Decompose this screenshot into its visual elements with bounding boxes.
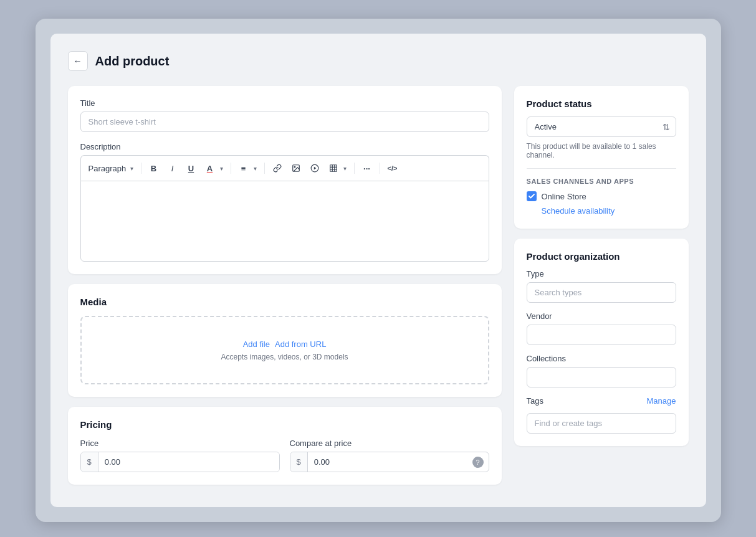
media-actions: Add file Add from URL (243, 340, 327, 349)
toolbar-divider-4 (354, 163, 355, 174)
italic-button[interactable]: I (164, 159, 181, 177)
pricing-card: Pricing Price $ Compare at price (68, 407, 502, 485)
right-column: Product status Active Draft ⇅ This produ… (514, 86, 689, 446)
bold-button[interactable]: B (145, 159, 163, 177)
code-button[interactable]: </> (384, 159, 401, 177)
media-hint: Accepts images, videos, or 3D models (221, 353, 348, 361)
online-store-label: Online Store (542, 192, 586, 201)
color-chevron-icon: ▾ (220, 165, 223, 172)
compare-price-input[interactable] (308, 452, 472, 472)
svg-marker-3 (313, 167, 316, 170)
table-button[interactable] (325, 159, 342, 177)
online-store-checkbox[interactable] (527, 191, 537, 201)
video-button[interactable] (306, 159, 323, 177)
help-icon[interactable]: ? (472, 457, 484, 468)
status-select[interactable]: Active Draft (527, 116, 676, 137)
vendor-input[interactable] (527, 325, 676, 345)
price-field: Price $ (80, 439, 280, 472)
pricing-title: Pricing (80, 419, 489, 430)
add-file-link[interactable]: Add file (243, 340, 270, 349)
page-header: ← Add product (68, 51, 689, 71)
outer-container: ← Add product Title Description Paragrap… (36, 19, 721, 522)
compare-input-wrap: $ ? (290, 452, 489, 472)
main-layout: Title Description Paragraph ▾ B I U A ▾ (68, 86, 689, 485)
back-button[interactable]: ← (68, 51, 88, 71)
product-organization-card: Product organization Type Vendor Collect… (514, 239, 689, 446)
more-button[interactable]: ··· (358, 159, 376, 177)
description-editor[interactable] (80, 181, 489, 262)
left-column: Title Description Paragraph ▾ B I U A ▾ (68, 86, 502, 485)
toolbar-divider-2 (231, 163, 231, 174)
price-row: Price $ Compare at price $ ? (80, 439, 489, 472)
tags-field: Tags Manage (527, 396, 676, 434)
status-hint: This product will be available to 1 sale… (527, 142, 676, 159)
add-from-url-link[interactable]: Add from URL (275, 340, 326, 349)
editor-toolbar: Paragraph ▾ B I U A ▾ ≡ ▾ (80, 155, 489, 181)
description-label: Description (80, 142, 489, 151)
status-select-wrap: Active Draft ⇅ (527, 116, 676, 137)
media-dropzone[interactable]: Add file Add from URL Accepts images, vi… (80, 316, 489, 384)
manage-tags-link[interactable]: Manage (647, 396, 676, 406)
svg-rect-4 (330, 165, 337, 172)
tags-label: Tags (527, 396, 543, 406)
page-title: Add product (95, 54, 170, 69)
paragraph-select[interactable]: Paragraph (86, 163, 129, 174)
toolbar-divider-3 (264, 163, 265, 174)
channel-row: Online Store (527, 191, 676, 201)
media-card: Media Add file Add from URL Accepts imag… (68, 284, 502, 397)
collections-input[interactable] (527, 367, 676, 387)
page-wrapper: ← Add product Title Description Paragrap… (50, 34, 706, 507)
vendor-field: Vendor (527, 311, 676, 345)
vendor-label: Vendor (527, 311, 676, 321)
align-chevron-icon: ▾ (254, 165, 257, 172)
type-label: Type (527, 269, 676, 278)
collections-field: Collections (527, 354, 676, 387)
underline-button[interactable]: U (183, 159, 200, 177)
svg-point-1 (294, 166, 295, 168)
schedule-availability-link[interactable]: Schedule availability (542, 206, 615, 216)
type-input[interactable] (527, 282, 676, 303)
toolbar-divider-5 (380, 163, 380, 174)
price-prefix: $ (81, 452, 98, 472)
align-button[interactable]: ≡ (235, 159, 252, 177)
product-org-title: Product organization (527, 251, 676, 262)
image-button[interactable] (287, 159, 305, 177)
toolbar-divider-1 (141, 163, 141, 174)
product-status-card: Product status Active Draft ⇅ This produ… (514, 86, 689, 229)
price-label: Price (80, 439, 280, 448)
product-status-title: Product status (527, 98, 676, 109)
compare-price-field: Compare at price $ ? (290, 439, 489, 472)
collections-label: Collections (527, 354, 676, 363)
title-input[interactable] (80, 112, 489, 132)
compare-prefix: $ (290, 452, 308, 472)
tags-input[interactable] (527, 413, 676, 434)
title-label: Title (80, 98, 489, 108)
tags-header: Tags Manage (527, 396, 676, 406)
type-field: Type (527, 269, 676, 303)
color-button[interactable]: A (201, 159, 219, 177)
paragraph-chevron-icon: ▾ (130, 165, 133, 172)
section-divider (527, 168, 676, 169)
compare-label: Compare at price (290, 439, 489, 448)
link-button[interactable] (269, 159, 286, 177)
price-input-wrap: $ (80, 452, 280, 472)
table-chevron-icon: ▾ (343, 165, 347, 172)
sales-channels-title: SALES CHANNELS AND APPS (527, 178, 676, 185)
media-title: Media (80, 297, 489, 307)
price-input[interactable] (98, 452, 279, 472)
title-description-card: Title Description Paragraph ▾ B I U A ▾ (68, 86, 502, 274)
